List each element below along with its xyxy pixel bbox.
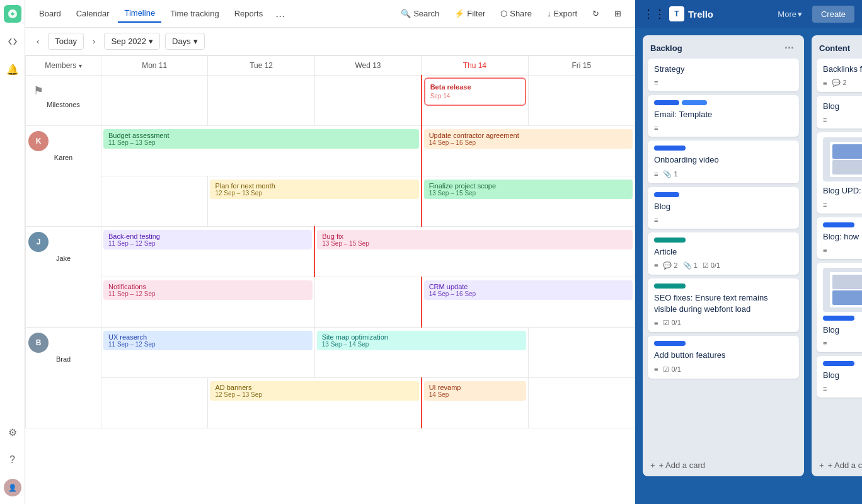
milestones-member: ⚑ Milestones bbox=[26, 76, 101, 126]
next-arrow[interactable]: › bbox=[89, 34, 99, 49]
prev-arrow[interactable]: ‹ bbox=[33, 34, 43, 49]
card-tag-seo bbox=[654, 284, 686, 289]
day-header-mon: Mon 11 bbox=[101, 56, 208, 76]
user-avatar[interactable]: 👤 bbox=[4, 479, 21, 496]
backlog-add-card[interactable]: + + Add a card bbox=[645, 457, 802, 474]
card-backlinks[interactable]: Backlinks for list to be featured… ≡ 💬 2 bbox=[817, 59, 862, 92]
refresh-action[interactable]: ↻ bbox=[586, 6, 606, 21]
sitemap-cell: Site map optimization 13 Sep – 14 Sep bbox=[314, 328, 528, 378]
nav-board[interactable]: Board bbox=[33, 5, 67, 22]
nav-calendar[interactable]: Calendar bbox=[70, 5, 116, 22]
card-blogupd-meta: ≡ bbox=[823, 201, 827, 209]
card-blog1-meta: ≡ bbox=[654, 216, 658, 224]
bell-icon[interactable]: 🔔 bbox=[4, 60, 21, 78]
card-strategy[interactable]: Strategy ≡ bbox=[648, 59, 799, 91]
nav-more-dots[interactable]: ... bbox=[272, 4, 289, 23]
beta-release-card[interactable]: Beta release Sep 14 bbox=[424, 77, 526, 106]
card-tag-blogthumb bbox=[823, 316, 854, 321]
karen-row2: Plan for next month 12 Sep – 13 Sep Fina… bbox=[26, 176, 635, 227]
plan-nextmonth-task[interactable]: Plan for next month 12 Sep – 13 Sep bbox=[210, 180, 418, 199]
ux-research-task[interactable]: UX reaserch 11 Sep – 12 Sep bbox=[103, 331, 313, 350]
search-action[interactable]: 🔍 Search bbox=[394, 6, 445, 21]
app-logo[interactable] bbox=[4, 5, 21, 23]
card-blog-how[interactable]: Blog: how ≡ bbox=[817, 217, 862, 259]
card-tag-bloghow bbox=[823, 222, 854, 227]
notifications-task[interactable]: Notifications 11 Sep – 12 Sep bbox=[103, 280, 313, 300]
adbanners-task[interactable]: AD banners 12 Sep – 13 Sep bbox=[210, 381, 418, 401]
jake-r2-wed bbox=[314, 277, 421, 328]
card-meta-lines: ≡ bbox=[654, 79, 658, 86]
budget-assessment-cell: Budget assessment 11 Sep – 13 Sep bbox=[101, 126, 422, 176]
day-header-fri: Fri 15 bbox=[528, 56, 635, 76]
nav-timetracking[interactable]: Time tracking bbox=[164, 5, 226, 22]
card-seo-lines: ≡ bbox=[654, 319, 658, 327]
contractor-agreement-task[interactable]: Update contractor agreement 14 Sep – 16 … bbox=[424, 129, 633, 149]
card-thumbnail-blogupd bbox=[823, 137, 862, 181]
karen-row1: K Karen Budget assessment 11 Sep – 13 Se… bbox=[26, 126, 635, 176]
brad-r1-fri bbox=[528, 328, 635, 378]
brad-name: Brad bbox=[28, 355, 98, 363]
crm-update-cell: CRM update 14 Sep – 16 Sep bbox=[422, 277, 635, 328]
card-blog3-meta: ≡ bbox=[823, 385, 827, 392]
budget-assessment-task[interactable]: Budget assessment 11 Sep – 13 Sep bbox=[103, 129, 419, 149]
period-selector[interactable]: Sep 2022 ▾ bbox=[104, 33, 160, 50]
card-email-meta: ≡ bbox=[654, 124, 658, 132]
sidebar-collapse-icon[interactable] bbox=[4, 33, 21, 50]
jake-name: Jake bbox=[28, 255, 98, 262]
card-article[interactable]: Article ≡ 💬 2 📎 1 ☑ 0/1 bbox=[648, 232, 799, 275]
members-header[interactable]: Members ▾ bbox=[26, 56, 101, 76]
brad-row1: B Brad UX reaserch 11 Sep – 12 Sep Site … bbox=[26, 328, 635, 378]
search-icon: 🔍 bbox=[401, 9, 411, 18]
card-blog-thumb[interactable]: Blog ≡ bbox=[817, 263, 862, 352]
card-blog2[interactable]: Blog ≡ bbox=[817, 96, 862, 129]
help-icon[interactable]: ? bbox=[4, 451, 21, 469]
bugfix-cell: Bug fix 13 Sep – 15 Sep bbox=[314, 227, 635, 277]
card-tag-onboarding bbox=[654, 146, 686, 151]
card-add-button[interactable]: Add button features ≡ ☑ 0/1 bbox=[648, 336, 799, 378]
share-action[interactable]: ⬡ Share bbox=[494, 6, 538, 21]
today-button[interactable]: Today bbox=[48, 33, 84, 50]
milestone-day-mon bbox=[101, 76, 208, 126]
view-selector[interactable]: Days ▾ bbox=[165, 33, 205, 50]
nav-timeline[interactable]: Timeline bbox=[118, 4, 161, 23]
backend-testing-task[interactable]: Back-end testing 11 Sep – 12 Sep bbox=[103, 230, 312, 249]
trello-more-button[interactable]: More ▾ bbox=[773, 7, 807, 21]
layout-action[interactable]: ⊞ bbox=[608, 6, 628, 21]
card-blog3[interactable]: Blog ≡ bbox=[817, 356, 862, 398]
card-blog-upd[interactable]: Blog UPD: ≡ bbox=[817, 132, 862, 213]
day-header-tue: Tue 12 bbox=[208, 56, 314, 76]
finalize-scope-task[interactable]: Finalize project scope 13 Sep – 15 Sep bbox=[424, 180, 633, 199]
day-header-wed: Wed 13 bbox=[314, 56, 421, 76]
card-blog1[interactable]: Blog ≡ bbox=[648, 187, 799, 229]
settings-icon[interactable]: ⚙ bbox=[4, 423, 21, 441]
content-add-card[interactable]: + + Add a c… bbox=[814, 457, 862, 474]
card-seo[interactable]: SEO fixes: Ensure text remains visible d… bbox=[648, 278, 799, 332]
milestone-day-thu: Beta release Sep 14 bbox=[422, 76, 528, 126]
milestone-day-fri bbox=[528, 76, 635, 126]
bugfix-task[interactable]: Bug fix 13 Sep – 15 Sep bbox=[317, 230, 633, 249]
nav-reports[interactable]: Reports bbox=[228, 5, 270, 22]
sitemap-task[interactable]: Site map optimization 13 Sep – 14 Sep bbox=[317, 331, 526, 350]
trello-grid-icon: ⋮⋮ bbox=[643, 7, 665, 21]
card-backlinks-comments: 💬 2 bbox=[832, 79, 846, 87]
export-action[interactable]: ↓ Export bbox=[541, 6, 583, 21]
beta-release-date: Sep 14 bbox=[430, 92, 520, 101]
crm-update-task[interactable]: CRM update 14 Sep – 16 Sep bbox=[424, 280, 633, 300]
card-onboarding[interactable]: Onboarding video ≡ 📎 1 bbox=[648, 140, 799, 183]
card-thumbnail-blog bbox=[823, 268, 862, 312]
contractor-agreement-cell: Update contractor agreement 14 Sep – 16 … bbox=[422, 126, 635, 176]
export-icon: ↓ bbox=[547, 9, 551, 18]
card-blogthumb-meta: ≡ bbox=[823, 340, 827, 347]
card-onboarding-attach: 📎 1 bbox=[663, 170, 677, 178]
brad-r2-fri bbox=[528, 378, 635, 428]
card-article-attach: 📎 1 bbox=[683, 261, 698, 270]
uirevamp-task[interactable]: UI revamp 14 Sep bbox=[424, 381, 526, 401]
karen-name: Karen bbox=[28, 154, 98, 161]
karen-member: K Karen bbox=[26, 126, 101, 227]
trello-create-button[interactable]: Create bbox=[812, 6, 854, 23]
card-article-checklist: ☑ 0/1 bbox=[703, 261, 720, 270]
backlog-menu[interactable]: ··· bbox=[782, 42, 796, 55]
filter-action[interactable]: ⚡ Filter bbox=[448, 6, 491, 21]
card-email-template[interactable]: Email: Template ≡ bbox=[648, 95, 799, 137]
brad-r2-mon bbox=[101, 378, 208, 428]
